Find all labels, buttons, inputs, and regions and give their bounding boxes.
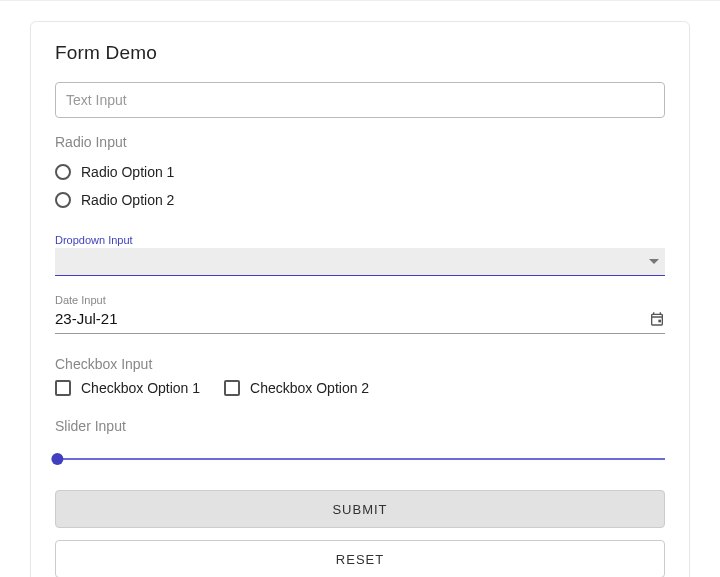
slider-label: Slider Input [55,418,665,434]
dropdown-label: Dropdown Input [55,234,665,246]
date-label: Date Input [55,294,665,306]
checkbox-icon [55,380,71,396]
date-input[interactable]: 23-Jul-21 [55,308,665,334]
radio-option-1[interactable]: Radio Option 1 [55,158,665,186]
radio-icon [55,164,71,180]
checkbox-option-1[interactable]: Checkbox Option 1 [55,380,200,396]
checkbox-option-label: Checkbox Option 2 [250,380,369,396]
checkbox-group: Checkbox Input Checkbox Option 1 Checkbo… [55,356,665,396]
slider-thumb[interactable] [51,453,63,465]
checkbox-label: Checkbox Input [55,356,665,372]
reset-button[interactable]: RESET [55,540,665,577]
radio-option-label: Radio Option 2 [81,192,174,208]
dropdown-group: Dropdown Input [55,234,665,276]
text-input[interactable] [55,82,665,118]
date-value: 23-Jul-21 [55,310,118,327]
radio-option-label: Radio Option 1 [81,164,174,180]
slider-input[interactable] [55,458,665,460]
checkbox-option-label: Checkbox Option 1 [81,380,200,396]
radio-group: Radio Input Radio Option 1 Radio Option … [55,134,665,214]
submit-button[interactable]: SUBMIT [55,490,665,528]
slider-group: Slider Input [55,418,665,460]
radio-icon [55,192,71,208]
svg-rect-0 [658,319,661,322]
date-group: Date Input 23-Jul-21 [55,294,665,334]
page-title: Form Demo [55,42,665,64]
chevron-down-icon [649,259,659,264]
dropdown-input[interactable] [55,248,665,276]
radio-label: Radio Input [55,134,665,150]
checkbox-option-2[interactable]: Checkbox Option 2 [224,380,369,396]
form-card: Form Demo Radio Input Radio Option 1 Rad… [30,21,690,577]
checkbox-icon [224,380,240,396]
radio-option-2[interactable]: Radio Option 2 [55,186,665,214]
calendar-icon [649,311,665,327]
